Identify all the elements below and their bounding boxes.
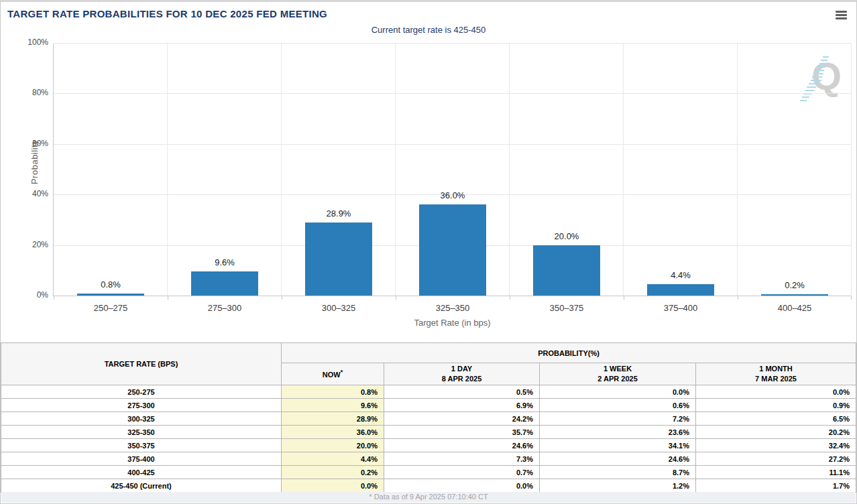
col-header-probability-group: PROBABILITY(%) <box>282 343 856 363</box>
now-probability-cell: 28.9% <box>282 412 384 426</box>
chart-header: TARGET RATE PROBABILITIES FOR 10 DEC 202… <box>1 2 856 23</box>
gridline <box>623 44 624 296</box>
logo-dash <box>819 63 827 64</box>
plot-area: Probability Target Rate (in bps) Q 0%20%… <box>53 44 851 296</box>
rate-cell: 275-300 <box>1 399 282 412</box>
gridline <box>395 44 396 296</box>
rate-cell: 350-375 <box>1 439 282 452</box>
x-axis-category-label: 400–425 <box>778 303 812 313</box>
logo-dash <box>817 66 825 68</box>
day1-probability-cell: 24.2% <box>384 412 540 426</box>
logo-dash <box>802 97 809 98</box>
rate-cell: 375-400 <box>1 452 282 466</box>
gridline <box>167 44 168 296</box>
x-axis-tick <box>738 296 738 300</box>
table-row: 400-4250.2%0.7%8.7%11.1% <box>1 466 856 479</box>
asterisk-note-marker: * <box>341 369 343 375</box>
month1-probability-cell: 32.4% <box>696 439 856 452</box>
gridline <box>54 43 851 44</box>
x-axis-tick <box>851 296 852 300</box>
y-axis-tick-label: 0% <box>11 290 48 300</box>
table-row: 275-3009.6%6.9%0.6%0.9% <box>1 399 856 412</box>
gridline <box>851 44 852 296</box>
x-axis-tick <box>54 296 54 300</box>
week1-probability-cell: 0.0% <box>540 385 696 399</box>
month1-probability-cell: 27.2% <box>696 452 856 466</box>
bar-value-label: 9.6% <box>215 257 235 267</box>
hamburger-menu-icon[interactable] <box>836 11 847 21</box>
week1-probability-cell: 1.2% <box>540 479 696 493</box>
now-probability-cell: 4.4% <box>282 452 384 466</box>
week1-probability-cell: 7.2% <box>540 412 696 426</box>
day1-probability-cell: 35.7% <box>384 426 540 439</box>
y-axis-tick-label: 60% <box>11 139 48 148</box>
y-axis-tick-label: 100% <box>11 38 48 47</box>
logo-dash <box>809 83 819 84</box>
x-axis-tick <box>510 296 510 300</box>
bar-value-label: 36.0% <box>441 190 465 200</box>
probability-table-body: 250-2750.8%0.5%0.0%0.0%275-3009.6%6.9%0.… <box>1 385 856 493</box>
day1-probability-cell: 0.5% <box>384 385 540 399</box>
logo-dash <box>821 60 827 61</box>
probability-bar-chart: Probability Target Rate (in bps) Q 0%20%… <box>1 38 856 340</box>
logo-dash <box>815 70 824 71</box>
chart-bar-250–275[interactable] <box>77 294 144 296</box>
table-row: 375-4004.4%7.3%24.6%27.2% <box>1 452 856 466</box>
now-probability-cell: 0.2% <box>282 466 384 479</box>
page-title: TARGET RATE PROBABILITIES FOR 10 DEC 202… <box>7 8 327 19</box>
rate-cell: 400-425 <box>1 466 282 479</box>
rate-cell: 325-350 <box>1 426 282 439</box>
month1-probability-cell: 0.0% <box>696 385 856 399</box>
col-header-now: NOW* <box>282 363 384 385</box>
bar-value-label: 0.2% <box>785 280 805 290</box>
logo-dash <box>811 80 821 81</box>
bar-value-label: 4.4% <box>671 270 691 280</box>
table-row: 325-35036.0%35.7%23.6%20.2% <box>1 426 856 439</box>
x-axis-tick <box>624 296 624 300</box>
bar-value-label: 28.9% <box>327 208 351 218</box>
week1-probability-cell: 23.6% <box>540 426 696 439</box>
now-probability-cell: 20.0% <box>282 439 384 452</box>
logo-dash <box>807 86 816 88</box>
gridline <box>737 44 738 296</box>
fedwatch-widget: TARGET RATE PROBABILITIES FOR 10 DEC 202… <box>0 0 857 504</box>
col-header-1month: 1 MONTH7 MAR 2025 <box>696 363 856 385</box>
day1-probability-cell: 7.3% <box>384 452 540 466</box>
x-axis-category-label: 325–350 <box>436 303 470 313</box>
x-axis-category-label: 375–400 <box>664 303 698 313</box>
now-probability-cell: 0.0% <box>282 479 384 493</box>
col-header-1day: 1 DAY8 APR 2025 <box>384 363 540 385</box>
chart-bar-300–325[interactable] <box>305 223 372 296</box>
chart-bar-275–300[interactable] <box>191 271 258 296</box>
current-target-rate-subtitle: Current target rate is 425-450 <box>1 23 856 38</box>
col-header-target-rate: TARGET RATE (BPS) <box>1 343 282 385</box>
x-axis-tick <box>168 296 168 300</box>
bar-value-label: 0.8% <box>101 279 121 290</box>
day1-probability-cell: 0.0% <box>384 479 540 493</box>
now-probability-cell: 0.8% <box>282 385 384 399</box>
x-axis-tick <box>396 296 396 300</box>
rate-cell: 250-275 <box>1 385 282 399</box>
y-axis-tick-label: 80% <box>11 88 48 97</box>
gridline <box>509 44 510 296</box>
logo-dash <box>805 90 814 91</box>
y-axis-tick-label: 20% <box>11 240 48 249</box>
x-axis-title: Target Rate (in bps) <box>414 318 490 328</box>
chart-bar-325–350[interactable] <box>419 204 486 296</box>
day1-probability-cell: 0.7% <box>384 466 540 479</box>
day1-probability-cell: 24.6% <box>384 439 540 452</box>
chart-bar-375–400[interactable] <box>647 284 714 296</box>
chart-bar-400–425[interactable] <box>761 294 828 296</box>
y-axis-tick-label: 40% <box>11 189 48 198</box>
week1-probability-cell: 8.7% <box>540 466 696 479</box>
day1-probability-cell: 6.9% <box>384 399 540 412</box>
quikstrike-logo-icon: Q <box>800 49 842 104</box>
x-axis-category-label: 275–300 <box>208 303 242 313</box>
now-probability-cell: 36.0% <box>282 426 384 439</box>
probability-table: TARGET RATE (BPS) PROBABILITY(%) NOW* 1 … <box>1 342 856 493</box>
month1-probability-cell: 20.2% <box>696 426 856 439</box>
logo-dash <box>814 73 823 74</box>
logo-dash <box>800 100 807 101</box>
chart-bar-350–375[interactable] <box>533 245 600 296</box>
month1-probability-cell: 0.9% <box>696 399 856 412</box>
